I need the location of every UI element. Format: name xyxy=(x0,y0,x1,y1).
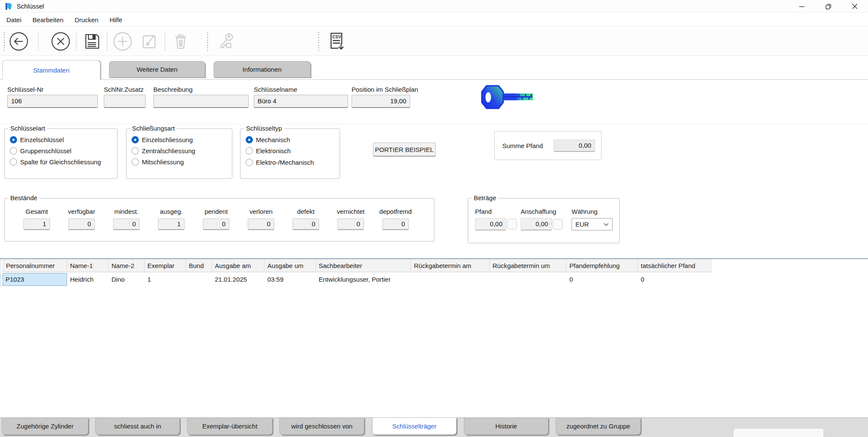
cell-rueckgabetermin-am[interactable] xyxy=(411,273,490,286)
cell-pfandempfehlung[interactable]: 0 xyxy=(566,273,638,286)
summe-pfand-panel: Summe Pfand 0,00 xyxy=(494,131,601,160)
restore-button[interactable] xyxy=(815,0,842,13)
cell-exemplar[interactable]: 1 xyxy=(144,273,186,286)
add-button[interactable] xyxy=(112,31,133,52)
cell-tatsaechlicher-pfand[interactable]: 0 xyxy=(638,273,711,286)
tab-schliesst-auch-in[interactable]: schliesst auch in xyxy=(95,418,180,435)
cell-sachbearbeiter[interactable]: Entwicklungsuser, Portier xyxy=(316,273,411,286)
cell-name-1[interactable]: Heidrich xyxy=(67,273,108,286)
radio-mechanisch[interactable]: Mechanisch xyxy=(246,136,340,143)
restore-icon xyxy=(825,3,832,10)
pfand-input[interactable]: 0,00 xyxy=(475,218,506,230)
radio-einzelschliessung[interactable]: Einzelschliessung xyxy=(132,136,232,143)
col-sachbearbeiter[interactable]: Sachbearbeiter xyxy=(316,259,411,272)
edit-icon xyxy=(140,32,159,51)
cancel-icon xyxy=(51,32,70,51)
input-schlnr-zusatz[interactable] xyxy=(104,95,146,108)
bottom-right-partial-button[interactable] xyxy=(733,428,824,437)
tab-stammdaten[interactable]: Stammdaten xyxy=(2,60,100,80)
group-bestaende: Bestände Gesamt1 verfügbar0 mindest.0 au… xyxy=(4,198,434,242)
edit-button[interactable] xyxy=(139,31,160,52)
menu-bearbeiten[interactable]: Bearbeiten xyxy=(27,14,69,26)
pfand-lookup-button[interactable] xyxy=(507,219,517,230)
group-title: Schlüsselart xyxy=(8,125,47,132)
input-position-schliessplan[interactable]: 19,00 xyxy=(352,95,410,108)
radio-spalte-gleichschliessung[interactable]: Spalte für Gleichschliessung xyxy=(10,158,117,166)
table-row: P1023 Heidrich Dino 1 21.01.2025 03:59 E… xyxy=(3,273,711,286)
add-icon xyxy=(113,32,132,51)
minimize-button[interactable] xyxy=(789,0,815,13)
portier-beispiel-button[interactable]: PORTIER BEISPIEL xyxy=(373,143,436,157)
radio-gruppenschluessel[interactable]: Gruppenschlüssel xyxy=(10,147,117,154)
trash-icon xyxy=(171,32,190,51)
group-title: Schließungsart xyxy=(130,125,177,132)
radio-icon xyxy=(10,136,17,143)
radio-elektro-mechanisch[interactable]: Elektro-/Mechanisch xyxy=(246,159,340,166)
radio-icon xyxy=(132,158,139,166)
group-title: Schlüsseltyp xyxy=(244,125,284,132)
cell-bund[interactable] xyxy=(186,273,212,286)
col-ausgabe-am[interactable]: Ausgabe am xyxy=(212,259,264,272)
tab-zugehoerige-zylinder[interactable]: Zugehörige Zylinder xyxy=(2,418,88,435)
cell-personalnummer[interactable]: P1023 xyxy=(3,273,67,286)
col-name-1[interactable]: Name-1 xyxy=(67,259,108,272)
anschaffung-label: Anschaffung xyxy=(521,208,556,215)
key-button[interactable] xyxy=(216,31,237,52)
cell-name-2[interactable]: Dino xyxy=(108,273,144,286)
label-position-schliessplan: Position im Schließplan xyxy=(352,86,418,93)
csv-export-button[interactable]: CSV xyxy=(326,31,347,52)
col-bund[interactable]: Bund xyxy=(186,259,212,272)
save-icon xyxy=(82,32,101,51)
menu-hilfe[interactable]: Hilfe xyxy=(104,14,128,26)
radio-zentralschliessung[interactable]: Zentralschliessung xyxy=(132,147,232,154)
pfand-label: Pfand xyxy=(475,208,492,215)
tab-historie[interactable]: Historie xyxy=(464,418,548,435)
cell-rueckgabetermin-um[interactable] xyxy=(490,273,566,286)
input-schluessel-nr[interactable]: 106 xyxy=(7,95,98,108)
bestand-pendent: pendent0 xyxy=(194,208,239,230)
close-button[interactable] xyxy=(842,0,868,13)
input-beschreibung[interactable] xyxy=(153,95,249,108)
delete-button[interactable] xyxy=(170,31,191,52)
anschaffung-input[interactable]: 0,00 xyxy=(521,218,552,230)
radio-icon xyxy=(10,147,17,154)
panel-border xyxy=(0,79,868,80)
tab-schluesseltraeger[interactable]: Schlüsselträger xyxy=(372,418,457,435)
col-tatsaechlicher-pfand[interactable]: tatsächlicher Pfand xyxy=(638,259,711,272)
summe-pfand-label: Summe Pfand xyxy=(502,142,543,149)
col-name-2[interactable]: Name-2 xyxy=(108,259,144,272)
radio-einzelschluessel[interactable]: Einzelschlüssel xyxy=(10,136,117,143)
tab-zugeordnet-zu-gruppe[interactable]: zugeordnet zu Gruppe xyxy=(556,418,641,435)
bestand-verfuegbar: verfügbar0 xyxy=(59,208,104,230)
col-rueckgabetermin-am[interactable]: Rückgabetermin am xyxy=(411,259,490,272)
label-schlnr-zusatz: SchlNr.Zusatz xyxy=(104,86,144,93)
bestand-verloren: verloren0 xyxy=(238,208,284,230)
save-button[interactable] xyxy=(82,31,102,52)
cell-ausgabe-am[interactable]: 21.01.2025 xyxy=(212,273,264,286)
menu-drucken[interactable]: Drucken xyxy=(69,14,104,26)
col-exemplar[interactable]: Exemplar xyxy=(144,259,186,272)
currency-select[interactable]: EUR xyxy=(572,218,613,230)
col-personalnummer[interactable]: Personalnummer xyxy=(3,259,67,272)
group-title: Beträge xyxy=(472,194,499,201)
tab-informationen[interactable]: Informationen xyxy=(214,61,311,77)
label-schluessel-nr: Schlüssel-Nr xyxy=(7,86,44,93)
tab-wird-geschlossen-von[interactable]: wird geschlossen von xyxy=(279,418,364,435)
toolbar-grip xyxy=(318,32,320,51)
cancel-button[interactable] xyxy=(50,31,71,52)
col-rueckgabetermin-um[interactable]: Rückgabetermin um xyxy=(490,259,566,272)
toolbar: CSV xyxy=(0,26,868,56)
cell-ausgabe-um[interactable]: 03:59 xyxy=(264,273,316,286)
anschaffung-lookup-button[interactable] xyxy=(553,219,563,230)
input-schluesselname[interactable]: Büro 4 xyxy=(254,95,348,108)
group-schluesseltyp: Schlüsseltyp Mechanisch Elektronisch Ele… xyxy=(240,128,340,179)
menu-datei[interactable]: Datei xyxy=(1,14,27,26)
back-button[interactable] xyxy=(9,31,29,52)
col-pfandempfehlung[interactable]: Pfandempfehlung xyxy=(566,259,638,272)
col-ausgabe-um[interactable]: Ausgabe um xyxy=(264,259,316,272)
tab-exemplar-uebersicht[interactable]: Exemplar-übersicht xyxy=(187,418,273,435)
toolbar-grip xyxy=(3,32,5,51)
tab-weitere-daten[interactable]: Weitere Daten xyxy=(109,61,205,77)
radio-mitschliessung[interactable]: Mitschliessung xyxy=(132,158,232,166)
radio-elektronisch[interactable]: Elektronisch xyxy=(246,147,340,154)
